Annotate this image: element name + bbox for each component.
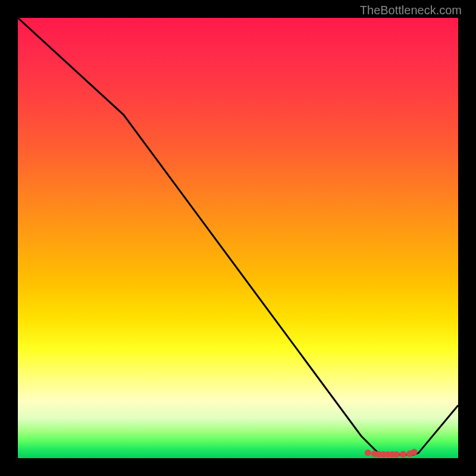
marker-dot bbox=[393, 451, 400, 458]
chart-line-layer bbox=[18, 18, 458, 458]
marker-points bbox=[365, 449, 418, 458]
attribution-label: TheBottleneck.com bbox=[360, 4, 462, 17]
marker-dot bbox=[365, 450, 371, 456]
marker-dot bbox=[400, 451, 406, 458]
marker-dot bbox=[411, 449, 418, 455]
series-curve bbox=[18, 18, 458, 455]
curve-path bbox=[18, 18, 458, 455]
